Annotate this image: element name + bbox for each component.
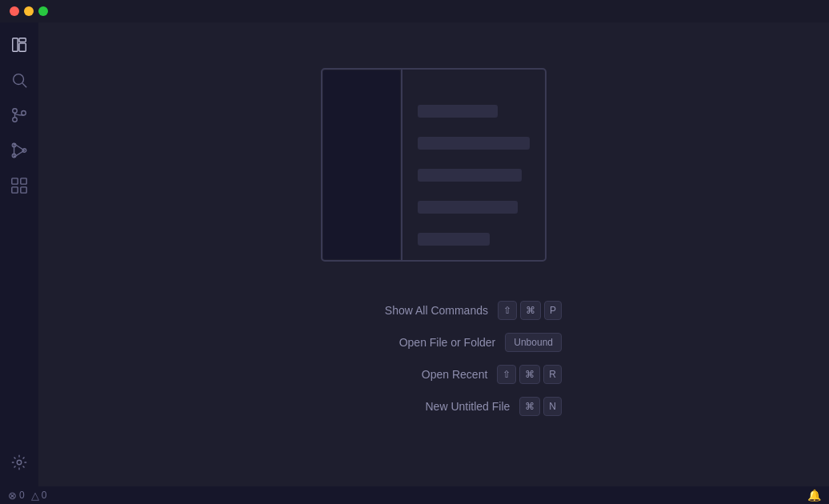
title-bar <box>0 0 829 22</box>
key-cmd: ⌘ <box>520 301 541 320</box>
bell-icon: 🔔 <box>807 489 821 502</box>
error-count: 0 <box>19 490 25 501</box>
key-cmd-3: ⌘ <box>519 397 540 416</box>
error-icon: ⊗ <box>8 490 17 502</box>
open-recent-keys: ⇧ ⌘ R <box>497 365 562 384</box>
svg-rect-25 <box>418 233 490 246</box>
show-all-commands-keys: ⇧ ⌘ P <box>498 301 562 320</box>
main-content: Show All Commands ⇧ ⌘ P Open File or Fol… <box>38 22 829 486</box>
sidebar-item-git[interactable] <box>3 99 35 131</box>
warning-count: 0 <box>42 490 47 501</box>
sidebar-item-extensions[interactable] <box>3 170 35 202</box>
sidebar-item-search[interactable] <box>3 64 35 96</box>
sidebar-item-settings[interactable] <box>3 446 35 478</box>
svg-rect-15 <box>12 187 18 193</box>
sidebar-item-files[interactable] <box>3 29 35 61</box>
open-file-label: Open File or Folder <box>306 336 495 349</box>
key-shift-2: ⇧ <box>497 365 516 384</box>
maximize-button[interactable] <box>38 6 48 16</box>
svg-rect-24 <box>418 201 518 214</box>
status-left: ⊗ 0 △ 0 <box>8 490 46 502</box>
svg-rect-23 <box>418 169 522 182</box>
open-recent-label: Open Recent <box>306 368 487 381</box>
minimize-button[interactable] <box>24 6 34 16</box>
svg-point-5 <box>13 109 18 114</box>
svg-rect-0 <box>13 38 18 52</box>
sidebar-item-debug[interactable] <box>3 134 35 166</box>
shortcut-show-all-commands: Show All Commands ⇧ ⌘ P <box>306 301 562 320</box>
sidebar <box>0 22 38 486</box>
shortcut-open-file: Open File or Folder Unbound <box>306 333 562 352</box>
warning-icon: △ <box>31 490 39 502</box>
svg-point-3 <box>14 74 24 85</box>
svg-point-6 <box>13 118 18 122</box>
close-button[interactable] <box>10 6 19 16</box>
svg-rect-16 <box>21 187 26 193</box>
svg-rect-21 <box>418 105 498 118</box>
shortcut-new-untitled: New Untitled File ⌘ N <box>306 397 562 416</box>
status-right[interactable]: 🔔 <box>807 489 821 502</box>
svg-rect-14 <box>21 178 26 184</box>
key-shift: ⇧ <box>498 301 517 320</box>
new-untitled-label: New Untitled File <box>306 400 510 413</box>
shortcuts-section: Show All Commands ⇧ ⌘ P Open File or Fol… <box>306 301 562 416</box>
show-all-commands-label: Show All Commands <box>306 304 488 317</box>
svg-point-17 <box>17 460 22 465</box>
app-container: Show All Commands ⇧ ⌘ P Open File or Fol… <box>0 22 829 486</box>
key-cmd-2: ⌘ <box>519 365 540 384</box>
shortcut-open-recent: Open Recent ⇧ ⌘ R <box>306 365 562 384</box>
key-unbound: Unbound <box>505 333 562 352</box>
svg-rect-22 <box>418 137 530 150</box>
svg-rect-20 <box>323 70 400 259</box>
status-errors[interactable]: ⊗ 0 <box>8 490 25 502</box>
key-p: P <box>544 301 562 320</box>
svg-point-7 <box>22 111 26 116</box>
key-n: N <box>543 397 562 416</box>
new-untitled-keys: ⌘ N <box>519 397 562 416</box>
svg-rect-13 <box>12 178 18 184</box>
open-file-keys: Unbound <box>505 333 562 352</box>
svg-rect-2 <box>19 43 26 51</box>
status-bar: ⊗ 0 △ 0 🔔 <box>0 486 829 504</box>
key-r: R <box>543 365 562 384</box>
status-warnings[interactable]: △ 0 <box>31 490 47 502</box>
svg-line-4 <box>22 83 26 87</box>
traffic-lights <box>10 6 48 16</box>
logo-illustration <box>314 61 554 269</box>
svg-rect-1 <box>19 38 26 42</box>
